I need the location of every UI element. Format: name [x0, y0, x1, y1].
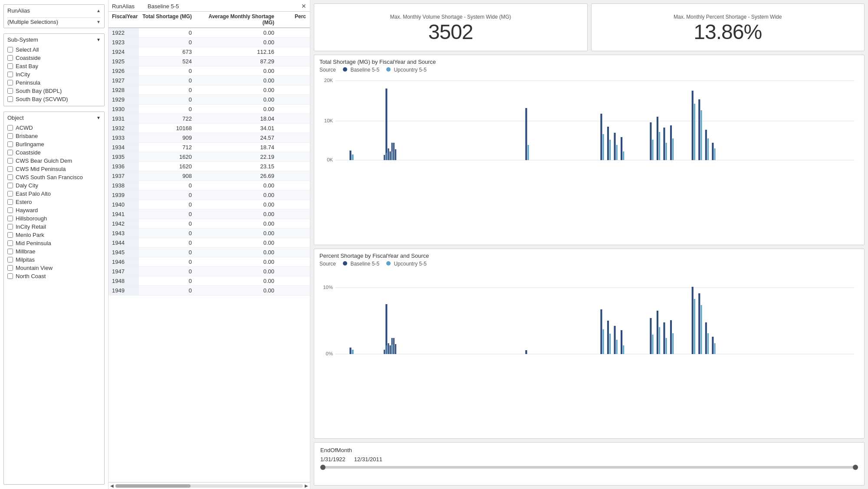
table-row[interactable]: 1949 0 0.00	[108, 286, 310, 295]
object-checkbox-burlingame[interactable]	[7, 141, 13, 147]
object-header[interactable]: Object ▼	[7, 115, 101, 121]
table-row[interactable]: 1940 0 0.00	[108, 200, 310, 210]
object-item-acwd[interactable]: ACWD	[7, 124, 101, 132]
object-item-mountain-view[interactable]: Mountain View	[7, 264, 101, 272]
table-row[interactable]: 1933 909 24.57	[108, 133, 310, 143]
sub-system-header[interactable]: Sub-System ▼	[7, 36, 101, 43]
cell-avg: 0.00	[195, 28, 278, 37]
table-row[interactable]: 1941 0 0.00	[108, 210, 310, 219]
object-checkbox-north-coast[interactable]	[7, 273, 13, 279]
object-checkbox-cws-south-sf[interactable]	[7, 174, 13, 180]
object-item-incity-retail[interactable]: InCity Retail	[7, 223, 101, 231]
object-checkbox-estero[interactable]	[7, 199, 13, 205]
object-item-hayward[interactable]: Hayward	[7, 206, 101, 214]
run-alias-header[interactable]: RunAlias ▲	[7, 7, 101, 16]
object-item-mid-peninsula[interactable]: Mid Peninsula	[7, 239, 101, 247]
object-checkbox-east-palo-alto[interactable]	[7, 191, 13, 197]
object-checkbox-cws-bear-gulch[interactable]	[7, 158, 13, 164]
sub-system-item-peninsula[interactable]: Peninsula	[7, 79, 101, 87]
table-row[interactable]: 1932 10168 34.01	[108, 124, 310, 133]
sub-system-checkbox-coastside[interactable]	[7, 55, 13, 61]
table-row[interactable]: 1938 0 0.00	[108, 181, 310, 190]
object-item-north-coast[interactable]: North Coast	[7, 272, 101, 280]
table-row[interactable]: 1929 0 0.00	[108, 95, 310, 105]
object-item-cws-south-sf[interactable]: CWS South San Francisco	[7, 173, 101, 181]
object-checkbox-millbrae[interactable]	[7, 249, 13, 254]
sub-system-checkbox-east-bay[interactable]	[7, 63, 13, 69]
sub-system-checkbox-south-bay-scvwd[interactable]	[7, 96, 13, 102]
table-row[interactable]: 1948 0 0.00	[108, 276, 310, 286]
object-item-burlingame[interactable]: Burlingame	[7, 140, 101, 148]
object-item-estero[interactable]: Estero	[7, 198, 101, 206]
timeline-slider[interactable]	[320, 466, 858, 469]
object-checkbox-hillsborough[interactable]	[7, 216, 13, 221]
table-row[interactable]: 1939 0 0.00	[108, 190, 310, 200]
table-row[interactable]: 1930 0 0.00	[108, 105, 310, 114]
table-row[interactable]: 1945 0 0.00	[108, 248, 310, 257]
timeline-left-handle[interactable]	[320, 465, 326, 470]
object-checkbox-brisbane[interactable]	[7, 133, 13, 139]
object-checkbox-coastside[interactable]	[7, 150, 13, 155]
object-checkbox-menlo-park[interactable]	[7, 232, 13, 238]
table-row[interactable]: 1946 0 0.00	[108, 257, 310, 267]
table-row[interactable]: 1923 0 0.00	[108, 38, 310, 47]
table-row[interactable]: 1943 0 0.00	[108, 229, 310, 238]
sub-system-checkbox-south-bay-bdpl[interactable]	[7, 88, 13, 94]
sub-system-checkbox-peninsula[interactable]	[7, 80, 13, 85]
sub-system-item-coastside[interactable]: Coastside	[7, 54, 101, 62]
object-item-milpitas[interactable]: Milpitas	[7, 256, 101, 264]
object-checkbox-daly-city[interactable]	[7, 183, 13, 188]
table-horizontal-scrollbar[interactable]: ◀ ▶	[108, 482, 310, 489]
object-item-east-palo-alto[interactable]: East Palo Alto	[7, 190, 101, 198]
timeline-right-handle[interactable]	[853, 465, 858, 470]
sub-system-checkbox-select-all[interactable]	[7, 47, 13, 53]
cell-total: 10168	[139, 124, 195, 133]
cell-avg: 26.69	[195, 171, 278, 181]
sub-system-checkbox-incity[interactable]	[7, 72, 13, 77]
object-item-coastside[interactable]: Coastside	[7, 148, 101, 157]
table-row[interactable]: 1928 0 0.00	[108, 85, 310, 95]
table-row[interactable]: 1931 722 18.04	[108, 114, 310, 124]
sub-system-item-incity[interactable]: InCity	[7, 70, 101, 79]
scroll-right-arrow[interactable]: ▶	[305, 483, 308, 488]
table-row[interactable]: 1942 0 0.00	[108, 219, 310, 229]
table-row[interactable]: 1926 0 0.00	[108, 66, 310, 76]
object-checkbox-acwd[interactable]	[7, 125, 13, 131]
table-row[interactable]: 1935 1620 22.19	[108, 152, 310, 162]
table-row[interactable]: 1934 712 18.74	[108, 143, 310, 152]
sub-system-item-east-bay[interactable]: East Bay	[7, 62, 101, 70]
object-checkbox-cws-mid-peninsula[interactable]	[7, 166, 13, 172]
sub-system-item-south-bay-scvwd[interactable]: South Bay (SCVWD)	[7, 95, 101, 103]
object-label-acwd: ACWD	[16, 125, 33, 131]
cell-year: 1934	[108, 143, 139, 152]
run-alias-value-row[interactable]: (Multiple Selections) ▼	[7, 17, 101, 25]
object-checkbox-mountain-view[interactable]	[7, 265, 13, 271]
table-row[interactable]: 1925 524 87.29	[108, 57, 310, 66]
scroll-thumb[interactable]	[115, 484, 191, 488]
table-row[interactable]: 1947 0 0.00	[108, 267, 310, 276]
object-checkbox-milpitas[interactable]	[7, 257, 13, 263]
scroll-track[interactable]	[115, 484, 303, 488]
object-checkbox-incity-retail[interactable]	[7, 224, 13, 230]
object-item-hillsborough[interactable]: Hillsborough	[7, 214, 101, 223]
cell-year: 1935	[108, 152, 139, 161]
object-item-brisbane[interactable]: Brisbane	[7, 132, 101, 140]
object-item-cws-mid-peninsula[interactable]: CWS Mid Peninsula	[7, 165, 101, 173]
cell-perc	[278, 200, 306, 209]
sub-system-item-south-bay-bdpl[interactable]: South Bay (BDPL)	[7, 87, 101, 95]
object-item-cws-bear-gulch[interactable]: CWS Bear Gulch Dem	[7, 157, 101, 165]
table-row[interactable]: 1937 908 26.69	[108, 171, 310, 181]
table-row[interactable]: 1944 0 0.00	[108, 238, 310, 248]
table-close-button[interactable]: ✕	[301, 3, 306, 10]
table-row[interactable]: 1922 0 0.00	[108, 28, 310, 38]
object-item-millbrae[interactable]: Millbrae	[7, 247, 101, 256]
scroll-left-arrow[interactable]: ◀	[110, 483, 114, 488]
object-item-daly-city[interactable]: Daly City	[7, 181, 101, 190]
table-row[interactable]: 1924 673 112.16	[108, 47, 310, 57]
table-row[interactable]: 1927 0 0.00	[108, 76, 310, 85]
table-row[interactable]: 1936 1620 23.15	[108, 162, 310, 171]
object-checkbox-mid-peninsula[interactable]	[7, 240, 13, 246]
sub-system-item-select-all[interactable]: Select All	[7, 46, 101, 54]
object-item-menlo-park[interactable]: Menlo Park	[7, 231, 101, 239]
object-checkbox-hayward[interactable]	[7, 207, 13, 213]
